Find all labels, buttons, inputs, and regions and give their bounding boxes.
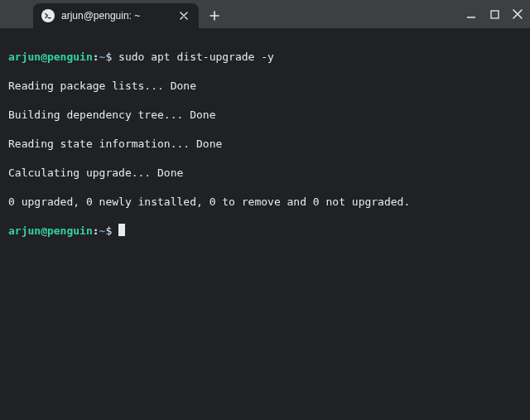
maximize-button[interactable]	[489, 8, 500, 20]
cursor	[118, 224, 125, 236]
prompt-user: arjun@penguin	[8, 51, 93, 63]
output-line: Reading state information... Done	[8, 137, 522, 152]
prompt-user: arjun@penguin	[8, 224, 93, 237]
output-line: Building dependency tree... Done	[8, 108, 522, 123]
minimize-button[interactable]	[465, 8, 477, 20]
tab-title: arjun@penguin: ~	[61, 10, 171, 22]
terminal-icon	[41, 9, 55, 22]
output-line: Calculating upgrade... Done	[8, 166, 522, 181]
new-tab-button[interactable]	[204, 5, 225, 27]
svg-rect-0	[491, 11, 499, 18]
output-line: Reading package lists... Done	[8, 79, 522, 94]
tab-close-button[interactable]	[177, 9, 190, 22]
terminal-body[interactable]: arjun@penguin:~$ sudo apt dist-upgrade -…	[0, 28, 530, 420]
prompt-symbol: $	[105, 51, 112, 63]
output-line: 0 upgraded, 0 newly installed, 0 to remo…	[8, 195, 522, 210]
terminal-window: arjun@penguin: ~	[0, 0, 530, 420]
command-text: sudo apt dist-upgrade -y	[118, 51, 274, 63]
tab-active[interactable]: arjun@penguin: ~	[33, 3, 199, 28]
close-button[interactable]	[512, 8, 523, 20]
titlebar: arjun@penguin: ~	[0, 0, 530, 28]
window-controls	[465, 0, 523, 28]
prompt-symbol: $	[105, 224, 112, 237]
